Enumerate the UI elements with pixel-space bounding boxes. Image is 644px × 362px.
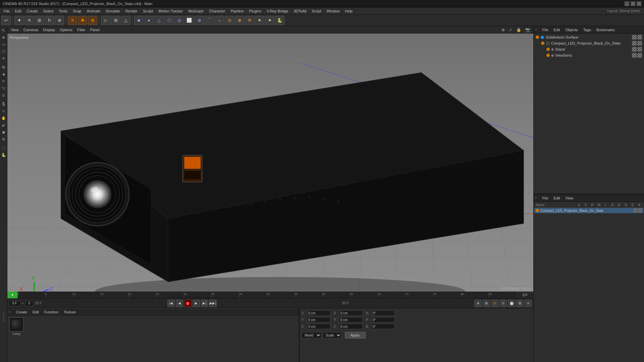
menu-tools[interactable]: Tools	[56, 8, 70, 14]
window-controls[interactable]: _ □ ×	[625, 1, 641, 6]
play-forward-button[interactable]: ▶	[193, 300, 200, 307]
menu-file[interactable]: File	[1, 8, 12, 14]
left-tool-weld[interactable]: ⊙	[0, 92, 7, 99]
left-tool-paint[interactable]: 🖌	[0, 122, 7, 128]
obj-row-viewsonic[interactable]: ⊕ ViewSonic	[534, 52, 643, 58]
left-tool-poly-select[interactable]: ⬡	[0, 48, 7, 55]
menu-pipeline[interactable]: Pipeline	[228, 8, 246, 14]
mat-menu-texture[interactable]: Texture	[62, 310, 77, 314]
left-tool-rect-select[interactable]: ▭	[0, 41, 7, 48]
timeline-ruler[interactable]: 051015202530354045505560657075808590	[17, 292, 517, 298]
torus-button[interactable]: ◎	[174, 16, 184, 25]
object-axis-button[interactable]: ✕	[68, 16, 77, 25]
prev-frame-button[interactable]: ◀	[176, 300, 183, 307]
vp-menu-options[interactable]: Options	[58, 27, 74, 32]
apply-button[interactable]: Apply	[345, 332, 366, 339]
vp-menu-filter[interactable]: Filter	[76, 27, 87, 32]
menu-help[interactable]: Help	[343, 8, 355, 14]
extrude-button[interactable]: ⊗	[235, 16, 244, 25]
vp-menu-view[interactable]: View	[9, 27, 20, 32]
attr-row-compact[interactable]: Compact_LED_Projector_Black_On_State	[534, 208, 643, 213]
left-tool-layers[interactable]: ⬚	[0, 144, 7, 151]
obj-menu-objects[interactable]: Objects	[564, 27, 579, 32]
rotate-button[interactable]: ↻	[45, 16, 54, 25]
minimize-button[interactable]: _	[625, 1, 629, 6]
stand-check2[interactable]	[637, 47, 642, 52]
mat-menu-function[interactable]: Function	[43, 310, 60, 314]
undo-button[interactable]: ↩	[1, 16, 11, 25]
render-view-button[interactable]: ▷	[101, 16, 110, 25]
left-tool-cursor[interactable]: ↖	[0, 27, 7, 34]
render-settings-button[interactable]: ⊞	[111, 16, 120, 25]
left-tool-scripts[interactable]: 🐍	[0, 152, 7, 158]
move-button[interactable]: ✛	[24, 16, 34, 25]
world-dropdown[interactable]: World Object	[302, 332, 321, 338]
go-end-button[interactable]: ▶▶|	[209, 300, 217, 307]
transform-button[interactable]: ⊕	[55, 16, 64, 25]
obj-row-subdiv[interactable]: 🔷 Subdivision Surface	[534, 34, 643, 40]
sweep-button[interactable]: ⟳	[245, 16, 254, 25]
vp-icon-camera[interactable]: 📷	[524, 27, 531, 32]
vp-menu-cameras[interactable]: Cameras	[22, 27, 40, 32]
left-tool-smooth[interactable]: ∿	[0, 108, 7, 114]
vp-icon-maximize[interactable]: ⤢	[508, 27, 513, 32]
menu-render[interactable]: Render	[123, 8, 140, 14]
left-tool-bridge[interactable]: ⌥	[0, 85, 7, 92]
attr-check1[interactable]	[633, 208, 637, 213]
plane-button[interactable]: ⬜	[184, 16, 194, 25]
menu-create[interactable]: Create	[24, 8, 40, 14]
attr-menu-view[interactable]: View	[564, 196, 575, 200]
go-start-button[interactable]: |◀	[167, 300, 175, 307]
scale-dropdown[interactable]: Scale Size	[323, 332, 341, 338]
sphere-button[interactable]: ●	[144, 16, 154, 25]
compact-check2[interactable]	[637, 41, 642, 46]
left-tool-knife[interactable]: ✂	[0, 78, 7, 84]
menu-vray[interactable]: V-Ray Bridge	[264, 8, 291, 14]
playback-option-4[interactable]: ⊙	[499, 300, 507, 307]
next-frame-button[interactable]: ▶|	[201, 300, 208, 307]
material-thumb[interactable]	[9, 317, 23, 331]
x-size-input[interactable]	[339, 310, 363, 316]
menu-3dtoall[interactable]: 3DToAll	[291, 8, 309, 14]
cylinder-button[interactable]: ⬡	[164, 16, 174, 25]
viewsonic-check1[interactable]	[632, 53, 637, 58]
render-to-po-button[interactable]: △	[121, 16, 130, 25]
left-tool-clone[interactable]: ⧉	[0, 136, 7, 142]
record-button[interactable]: ⬤	[184, 300, 192, 307]
lathe-button[interactable]: ⊙	[225, 16, 234, 25]
menu-sculpt[interactable]: Sculpt	[141, 8, 156, 14]
x-pos-input[interactable]	[307, 310, 330, 316]
attr-check2[interactable]	[638, 208, 642, 213]
spline-button[interactable]: ⌒	[205, 16, 214, 25]
left-tool-grab[interactable]: ✋	[0, 115, 7, 121]
live-select-button[interactable]: ✦	[14, 16, 24, 25]
subdiv-check2[interactable]	[637, 35, 642, 40]
menu-mograph[interactable]: MoGraph	[186, 8, 206, 14]
attr-menu-file[interactable]: File	[541, 196, 550, 200]
y-size-input[interactable]	[339, 317, 363, 322]
obj-menu-tags[interactable]: Tags	[582, 27, 592, 32]
bezier-button[interactable]: ⌣	[215, 16, 224, 25]
menu-window[interactable]: Window	[324, 8, 342, 14]
target-light-button[interactable]: ✦	[265, 16, 274, 25]
current-frame-input[interactable]	[25, 300, 34, 306]
mat-menu-create[interactable]: Create	[15, 310, 29, 314]
z-size-input[interactable]	[339, 324, 363, 329]
playback-option-6[interactable]: ⊞	[516, 300, 524, 307]
timeline[interactable]: ▼ 051015202530354045505560657075808590 0…	[7, 292, 533, 298]
subdiv-check1[interactable]	[632, 35, 637, 40]
vp-icon-crosshair[interactable]: ⊕	[500, 27, 506, 32]
viewport-3d[interactable]: Z Y X Perspective Grid Spacing : 10 cm	[7, 34, 533, 292]
playback-option-7[interactable]: ≡	[525, 300, 532, 307]
left-tool-brush[interactable]: $	[0, 101, 7, 107]
menu-edit[interactable]: Edit	[13, 8, 24, 14]
b-input[interactable]	[371, 324, 395, 329]
playback-option-2[interactable]: ⊞	[483, 300, 490, 307]
light-button[interactable]: ☀	[255, 16, 264, 25]
menu-animate[interactable]: Animate	[85, 8, 103, 14]
scale-button[interactable]: ⊞	[35, 16, 44, 25]
python-button[interactable]: 🐍	[275, 16, 284, 25]
y-pos-input[interactable]	[307, 317, 330, 322]
left-tool-live-select[interactable]: ⊕	[0, 34, 7, 41]
menu-simulate[interactable]: Simulate	[103, 8, 122, 14]
